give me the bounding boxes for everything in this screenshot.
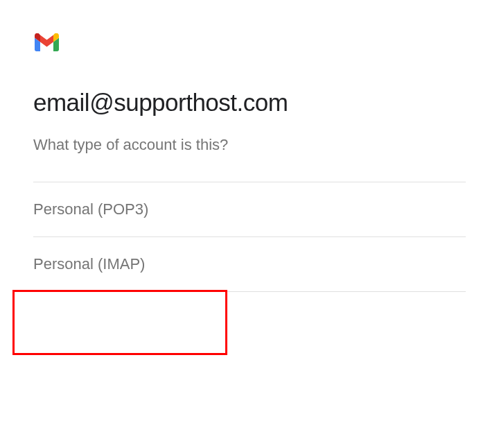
option-label: Personal (POP3)	[33, 200, 148, 218]
option-label: Personal (IMAP)	[33, 255, 145, 273]
account-type-pop3[interactable]: Personal (POP3)	[33, 182, 466, 236]
highlight-annotation	[12, 290, 227, 355]
account-type-imap[interactable]: Personal (IMAP)	[33, 237, 466, 291]
account-type-subtitle: What type of account is this?	[33, 136, 466, 154]
gmail-logo-icon	[35, 33, 466, 54]
divider	[33, 291, 466, 292]
email-address: email@supporthost.com	[33, 89, 466, 117]
